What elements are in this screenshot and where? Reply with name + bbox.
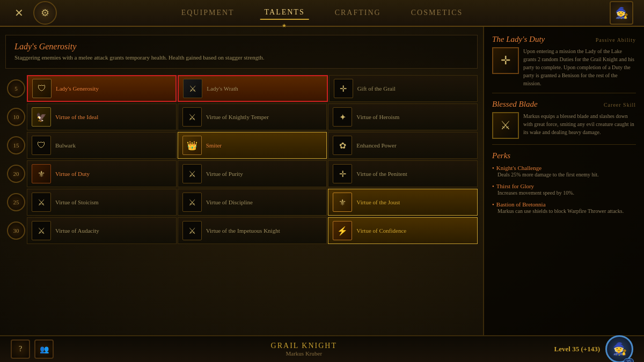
ability-2-title: Blessed Blade — [492, 100, 538, 109]
talent-row-30: 30 ⚔ Virtue of Audacity ⚔ Virtue of the … — [5, 217, 478, 244]
talent-cell-virtue-impetuous[interactable]: ⚔ Virtue of the Impetuous Knight — [178, 217, 327, 244]
level-30-circle: 30 — [7, 221, 25, 240]
talent-cell-virtue-confidence[interactable]: ⚡ Virtue of Confidence — [328, 217, 478, 244]
virtue-duty-label: Virtue of Duty — [55, 170, 90, 178]
talent-cell-virtue-stoicism[interactable]: ⚔ Virtue of Stoicism — [27, 189, 177, 216]
ability-2-icon: ⚔ — [492, 112, 519, 139]
perks-section: Perks Knight's Challenge Deals 25% more … — [492, 151, 636, 219]
character-portrait: 🧙 35 — [605, 335, 633, 362]
talent-cell-ladys-generosity[interactable]: 🛡 Lady's Generosity — [27, 75, 177, 102]
talent-desc-text: Staggering enemies with a melee attack g… — [14, 54, 469, 62]
ability-2-desc: Markus equips a blessed blade and slashe… — [523, 112, 636, 139]
portrait-level: 35 — [624, 358, 634, 362]
right-panel: The Lady's Duty Passive Ability ✛ Upon e… — [483, 27, 644, 335]
talent-cells-row30: ⚔ Virtue of Audacity ⚔ Virtue of the Imp… — [27, 217, 478, 244]
level-badge-30: 30 — [5, 219, 27, 242]
character-class: GRAIL KNIGHT — [271, 342, 337, 350]
smiter-label: Smiter — [206, 142, 222, 149]
virtue-audacity-icon: ⚔ — [32, 221, 51, 240]
ladys-generosity-icon: 🛡 — [32, 79, 52, 98]
talent-grid: 5 🛡 Lady's Generosity ⚔ Lady's Wrath ✛ G… — [5, 75, 478, 330]
talent-cell-gift-grail[interactable]: ✛ Gift of the Grail — [329, 75, 478, 102]
tab-cosmetics[interactable]: COSMETICS — [407, 6, 467, 19]
level-text: Level 35 (+143) — [554, 345, 600, 353]
virtue-stoicism-label: Virtue of Stoicism — [55, 198, 99, 206]
talent-row-25: 25 ⚔ Virtue of Stoicism ⚔ Virtue of Disc… — [5, 189, 478, 216]
ladys-generosity-label: Lady's Generosity — [56, 85, 99, 92]
perk-thirst-glory-desc: Increases movement speed by 10%. — [492, 189, 636, 197]
virtue-discipline-label: Virtue of Discipline — [206, 198, 253, 206]
perks-title: Perks — [492, 151, 636, 160]
talent-cell-virtue-penitent[interactable]: ✛ Virtue of the Penitent — [328, 160, 478, 187]
talent-cell-virtue-purity[interactable]: ⚔ Virtue of Purity — [178, 160, 327, 187]
level-badge-15: 15 — [5, 134, 27, 157]
talent-row-15: 15 🛡 Bulwark 👑 Smiter ✿ Enhanced Power — [5, 132, 478, 159]
talent-cell-enhanced-power[interactable]: ✿ Enhanced Power — [328, 132, 478, 159]
tab-equipment[interactable]: EQUIPMENT — [177, 6, 239, 19]
talent-cell-ladys-wrath[interactable]: ⚔ Lady's Wrath — [178, 75, 327, 102]
virtue-confidence-label: Virtue of Confidence — [356, 227, 406, 234]
tab-crafting[interactable]: CRAFTING — [331, 6, 385, 19]
level-5-circle: 5 — [7, 79, 25, 98]
talent-cells-row10: 🦅 Virtue of the Ideal ⚔ Virtue of Knight… — [27, 104, 478, 130]
level-badge-10: 10 — [5, 105, 27, 129]
perk-item-knights-challenge: Knight's Challenge Deals 25% more damage… — [492, 165, 636, 179]
virtue-discipline-icon: ⚔ — [182, 193, 202, 212]
perk-bastion-name: Bastion of Bretonnia — [492, 201, 636, 208]
talent-cell-virtue-knightly[interactable]: ⚔ Virtue of Knightly Temper — [178, 104, 327, 130]
virtue-confidence-icon: ⚡ — [333, 221, 352, 240]
virtue-heroism-label: Virtue of Heroism — [356, 113, 399, 121]
perk-thirst-glory-name: Thirst for Glory — [492, 183, 636, 189]
perk-bastion-desc: Markus can use shields to block Warpfire… — [492, 208, 636, 215]
level-15-circle: 15 — [7, 136, 25, 154]
virtue-joust-label: Virtue of the Joust — [356, 198, 400, 206]
ability-1-icon: ✛ — [492, 47, 519, 74]
level-badge-25: 25 — [5, 190, 27, 214]
virtue-knightly-icon: ⚔ — [182, 107, 202, 127]
party-button[interactable]: 👥 — [34, 339, 54, 359]
level-25-circle: 25 — [7, 193, 25, 211]
ability-1-header: The Lady's Duty Passive Ability — [492, 35, 636, 44]
virtue-heroism-icon: ✦ — [333, 107, 352, 127]
nav-tabs: EQUIPMENT TALENTS CRAFTING COSMETICS — [177, 6, 467, 20]
ability-section-2: Blessed Blade Career Skill ⚔ Markus equi… — [492, 100, 636, 145]
settings-button[interactable]: ⚙ — [33, 1, 57, 25]
virtue-impetuous-label: Virtue of the Impetuous Knight — [206, 227, 280, 234]
talent-cell-virtue-joust[interactable]: ⚜ Virtue of the Joust — [328, 189, 478, 216]
level-20-circle: 20 — [7, 165, 25, 183]
talent-cell-virtue-audacity[interactable]: ⚔ Virtue of Audacity — [27, 217, 177, 244]
virtue-purity-icon: ⚔ — [182, 164, 202, 183]
close-button[interactable]: ✕ — [11, 5, 27, 21]
talent-cell-virtue-ideal[interactable]: 🦅 Virtue of the Ideal — [27, 104, 177, 130]
ladys-wrath-icon: ⚔ — [183, 79, 202, 98]
talent-row-20: 20 ⚜ Virtue of Duty ⚔ Virtue of Purity ✛… — [5, 160, 478, 187]
nav-right: 🧙 — [610, 1, 633, 25]
talent-description-box: Lady's Generosity Staggering enemies wit… — [5, 35, 478, 69]
help-button[interactable]: ? — [11, 339, 30, 359]
talent-cell-virtue-duty[interactable]: ⚜ Virtue of Duty — [27, 160, 177, 187]
bottom-center: GRAIL KNIGHT Markus Kruber — [271, 342, 337, 357]
talent-cells-row20: ⚜ Virtue of Duty ⚔ Virtue of Purity ✛ Vi… — [27, 160, 478, 187]
bulwark-icon: 🛡 — [32, 136, 51, 155]
talent-cell-smiter[interactable]: 👑 Smiter — [178, 132, 327, 159]
virtue-penitent-icon: ✛ — [333, 164, 352, 183]
talent-cells-row25: ⚔ Virtue of Stoicism ⚔ Virtue of Discipl… — [27, 189, 478, 216]
main-content: Lady's Generosity Staggering enemies wit… — [0, 27, 644, 335]
virtue-stoicism-icon: ⚔ — [32, 193, 51, 212]
gift-grail-label: Gift of the Grail — [357, 85, 396, 92]
virtue-knightly-label: Virtue of Knightly Temper — [206, 113, 269, 121]
perk-item-bastion: Bastion of Bretonnia Markus can use shie… — [492, 201, 636, 215]
character-name: Markus Kruber — [286, 350, 323, 357]
enhanced-power-label: Enhanced Power — [356, 142, 396, 149]
talent-cell-bulwark[interactable]: 🛡 Bulwark — [27, 132, 177, 159]
level-10-circle: 10 — [7, 108, 25, 126]
virtue-penitent-label: Virtue of the Penitent — [356, 170, 407, 178]
ladys-wrath-label: Lady's Wrath — [207, 85, 238, 92]
talent-cell-virtue-discipline[interactable]: ⚔ Virtue of Discipline — [178, 189, 327, 216]
virtue-impetuous-icon: ⚔ — [182, 221, 202, 240]
top-navigation: ✕ ⚙ EQUIPMENT TALENTS CRAFTING COSMETICS… — [0, 0, 644, 27]
virtue-audacity-label: Virtue of Audacity — [55, 227, 99, 234]
talent-cell-virtue-heroism[interactable]: ✦ Virtue of Heroism — [328, 104, 478, 130]
enhanced-power-icon: ✿ — [333, 136, 352, 155]
tab-talents[interactable]: TALENTS — [260, 6, 309, 20]
